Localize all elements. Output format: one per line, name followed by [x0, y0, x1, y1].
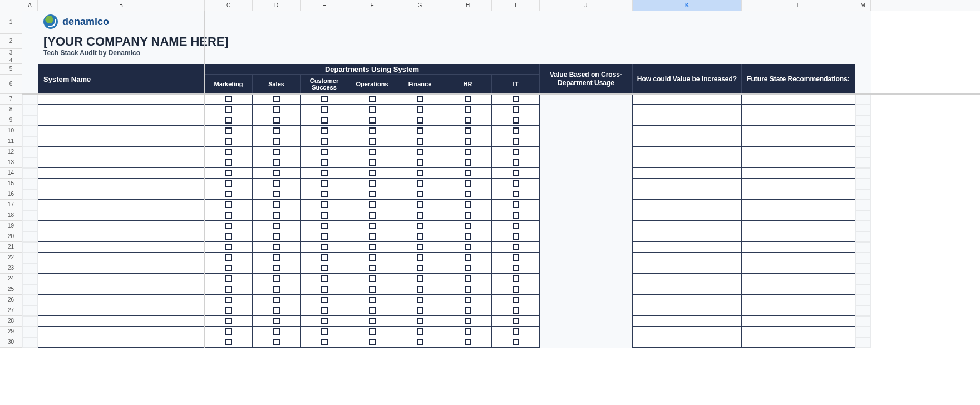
checkbox[interactable] [321, 307, 328, 314]
checkbox[interactable] [321, 328, 328, 335]
row-header-12[interactable]: 12 [0, 147, 22, 157]
checkbox[interactable] [225, 191, 232, 197]
dept-checkbox-cell[interactable] [348, 168, 396, 179]
dept-checkbox-cell[interactable] [348, 179, 396, 189]
column-header-h[interactable]: H [444, 0, 492, 11]
dept-checkbox-cell[interactable] [444, 147, 492, 157]
future-state-cell[interactable] [742, 284, 855, 295]
checkbox[interactable] [417, 286, 423, 293]
dept-checkbox-cell[interactable] [253, 316, 301, 327]
future-state-cell[interactable] [742, 94, 855, 105]
checkbox[interactable] [273, 212, 280, 219]
checkbox[interactable] [225, 149, 232, 155]
row-header-19[interactable]: 19 [0, 221, 22, 231]
cell[interactable] [855, 242, 871, 253]
cell[interactable] [22, 94, 38, 105]
dept-checkbox-cell[interactable] [205, 126, 253, 136]
future-state-cell[interactable] [742, 295, 855, 305]
checkbox[interactable] [225, 106, 232, 113]
checkbox[interactable] [225, 159, 232, 166]
checkbox[interactable] [513, 328, 519, 335]
dept-checkbox-cell[interactable] [253, 221, 301, 231]
checkbox[interactable] [321, 318, 328, 324]
row-header-17[interactable]: 17 [0, 200, 22, 210]
cell[interactable] [855, 200, 871, 210]
checkbox[interactable] [369, 254, 376, 261]
future-state-cell[interactable] [742, 253, 855, 263]
future-state-cell[interactable] [742, 263, 855, 274]
cell[interactable] [22, 189, 38, 200]
dept-checkbox-cell[interactable] [348, 284, 396, 295]
dept-checkbox-cell[interactable] [348, 136, 396, 147]
checkbox[interactable] [417, 159, 423, 166]
dept-checkbox-cell[interactable] [205, 263, 253, 274]
checkbox[interactable] [513, 318, 519, 324]
checkbox[interactable] [273, 223, 280, 229]
cell[interactable] [855, 284, 871, 295]
dept-checkbox-cell[interactable] [205, 337, 253, 348]
dept-checkbox-cell[interactable] [205, 305, 253, 316]
dept-checkbox-cell[interactable] [301, 263, 348, 274]
dept-checkbox-cell[interactable] [348, 200, 396, 210]
checkbox[interactable] [417, 212, 423, 219]
checkbox[interactable] [225, 265, 232, 271]
cell[interactable] [22, 284, 38, 295]
checkbox[interactable] [321, 149, 328, 155]
dept-checkbox-cell[interactable] [253, 231, 301, 242]
row-header-29[interactable]: 29 [0, 327, 22, 337]
row-header-22[interactable]: 22 [0, 253, 22, 263]
system-name-cell[interactable] [38, 147, 205, 157]
dept-checkbox-cell[interactable] [301, 200, 348, 210]
column-header-i[interactable]: I [492, 0, 540, 11]
dept-checkbox-cell[interactable] [444, 253, 492, 263]
dept-checkbox-cell[interactable] [396, 94, 444, 105]
checkbox[interactable] [369, 275, 376, 282]
row-header-21[interactable]: 21 [0, 242, 22, 253]
dept-checkbox-cell[interactable] [492, 126, 540, 136]
dept-checkbox-cell[interactable] [396, 179, 444, 189]
dept-checkbox-cell[interactable] [301, 136, 348, 147]
dept-checkbox-cell[interactable] [444, 221, 492, 231]
dept-checkbox-cell[interactable] [253, 295, 301, 305]
dept-checkbox-cell[interactable] [396, 242, 444, 253]
dept-checkbox-cell[interactable] [301, 115, 348, 126]
future-state-cell[interactable] [742, 231, 855, 242]
dept-checkbox-cell[interactable] [444, 231, 492, 242]
checkbox[interactable] [513, 191, 519, 197]
dept-checkbox-cell[interactable] [396, 157, 444, 168]
checkbox[interactable] [225, 212, 232, 219]
dept-checkbox-cell[interactable] [444, 284, 492, 295]
checkbox[interactable] [321, 170, 328, 176]
value-increase-cell[interactable] [633, 316, 742, 327]
value-cross-cell[interactable] [540, 210, 633, 221]
dept-checkbox-cell[interactable] [253, 274, 301, 284]
cell[interactable] [22, 115, 38, 126]
dept-checkbox-cell[interactable] [396, 263, 444, 274]
row-header-24[interactable]: 24 [0, 274, 22, 284]
cell[interactable] [22, 136, 38, 147]
checkbox[interactable] [465, 244, 471, 250]
cell[interactable] [855, 305, 871, 316]
future-state-cell[interactable] [742, 337, 855, 348]
system-name-cell[interactable] [38, 305, 205, 316]
checkbox[interactable] [417, 265, 423, 271]
dept-checkbox-cell[interactable] [348, 94, 396, 105]
cell[interactable] [22, 147, 38, 157]
dept-checkbox-cell[interactable] [492, 253, 540, 263]
dept-checkbox-cell[interactable] [205, 115, 253, 126]
column-header-b[interactable]: B [38, 0, 205, 11]
checkbox[interactable] [465, 328, 471, 335]
system-name-cell[interactable] [38, 126, 205, 136]
column-header-e[interactable]: E [301, 0, 348, 11]
dept-checkbox-cell[interactable] [205, 327, 253, 337]
dept-checkbox-cell[interactable] [205, 168, 253, 179]
checkbox[interactable] [369, 297, 376, 303]
system-name-cell[interactable] [38, 337, 205, 348]
checkbox[interactable] [321, 191, 328, 197]
column-header-a[interactable]: A [22, 0, 38, 11]
dept-checkbox-cell[interactable] [205, 231, 253, 242]
dept-checkbox-cell[interactable] [348, 126, 396, 136]
checkbox[interactable] [417, 127, 423, 134]
dept-checkbox-cell[interactable] [348, 105, 396, 115]
checkbox[interactable] [465, 201, 471, 208]
